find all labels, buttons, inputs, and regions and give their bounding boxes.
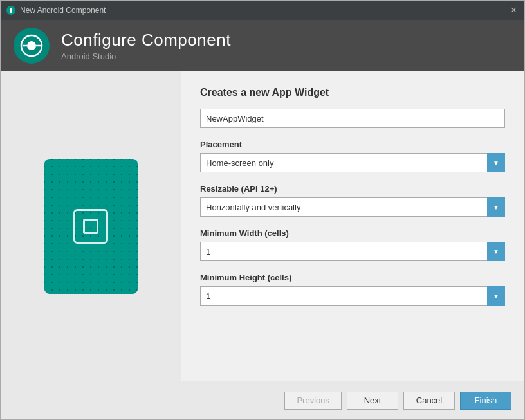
content: Creates a new App Widget Placement Home-…: [1, 71, 524, 381]
resizable-select[interactable]: Horizontally and vertically Horizontally…: [200, 197, 505, 217]
min-height-select[interactable]: 1 2 3 4: [200, 286, 505, 306]
title-bar: New Android Component ×: [1, 1, 524, 20]
form-section-title: Creates a new App Widget: [200, 87, 505, 98]
min-height-label: Minimum Height (cells): [200, 273, 505, 282]
resizable-label: Resizable (API 12+): [200, 184, 505, 194]
placement-label: Placement: [200, 140, 505, 149]
svg-point-2: [27, 41, 36, 50]
logo: [14, 28, 50, 64]
widget-icon: [73, 209, 108, 244]
placement-select-wrapper: Home-screen only Keyguard only Home-scre…: [200, 153, 505, 172]
widget-icon-inner: [83, 219, 98, 234]
widget-name-input[interactable]: [200, 109, 505, 128]
close-button[interactable]: ×: [508, 4, 519, 17]
min-width-select[interactable]: 1 2 3 4: [200, 242, 505, 261]
header-text: Configure Component Android Studio: [61, 30, 231, 61]
finish-button[interactable]: Finish: [460, 392, 511, 410]
min-width-label: Minimum Width (cells): [200, 228, 505, 238]
min-width-select-wrapper: 1 2 3 4: [200, 242, 505, 261]
android-studio-icon: [6, 5, 16, 15]
placement-select[interactable]: Home-screen only Keyguard only Home-scre…: [200, 153, 505, 172]
previous-button[interactable]: Previous: [284, 392, 342, 410]
title-bar-left: New Android Component: [6, 5, 106, 15]
footer: Previous Next Cancel Finish: [1, 381, 524, 419]
header-title: Configure Component: [61, 30, 231, 50]
header: Configure Component Android Studio: [1, 20, 524, 71]
next-button[interactable]: Next: [347, 392, 398, 410]
left-panel: [1, 71, 181, 381]
resizable-select-wrapper: Horizontally and vertically Horizontally…: [200, 197, 505, 217]
widget-preview: [44, 159, 138, 294]
right-panel: Creates a new App Widget Placement Home-…: [181, 71, 524, 381]
title-bar-title: New Android Component: [20, 6, 106, 15]
logo-icon: [20, 34, 43, 57]
window: New Android Component × Configure Compon…: [0, 0, 525, 420]
header-subtitle: Android Studio: [61, 51, 231, 61]
cancel-button[interactable]: Cancel: [403, 392, 455, 410]
min-height-select-wrapper: 1 2 3 4: [200, 286, 505, 306]
